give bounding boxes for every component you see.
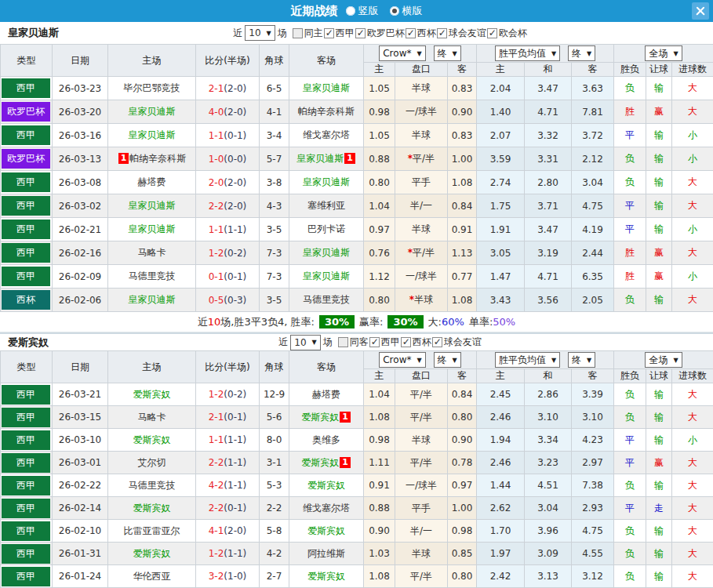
avg-home: 3.05 — [477, 241, 525, 265]
checkbox-checked-icon[interactable] — [355, 28, 366, 38]
checkbox-checked-icon[interactable] — [437, 28, 447, 38]
result-handicap: 走 — [654, 503, 664, 514]
radio-horizontal[interactable]: 横版 — [390, 4, 423, 18]
away-red-card-badge: 1 — [340, 412, 351, 423]
league-badge: 西甲 — [2, 220, 50, 239]
full-time-score: 1-1 — [209, 434, 224, 445]
checkbox-unchecked-icon[interactable] — [293, 28, 303, 38]
home-team: 爱斯宾奴 — [133, 389, 171, 400]
radio-checked-icon[interactable] — [390, 6, 399, 16]
same-side-checkbox[interactable]: 同主 — [293, 27, 323, 40]
league-badge: 西甲 — [2, 567, 50, 586]
handicap: 一/球半 — [406, 480, 437, 491]
home-team: 爱斯宾奴 — [133, 548, 171, 559]
match-count-select[interactable]: 10 ▼ — [290, 335, 320, 350]
avg-draw: 4.71 — [525, 100, 572, 124]
col-header-type: 类型 — [1, 351, 53, 383]
same-side-checkbox[interactable]: 同客 — [338, 336, 369, 349]
away-team: 赫塔费 — [312, 389, 340, 400]
result-handicap: 输 — [654, 82, 664, 93]
handicap: 半/一 — [410, 200, 432, 211]
away-team: 爱斯宾奴 — [301, 412, 339, 423]
league-badge: 西甲 — [2, 476, 50, 495]
col-header-date: 日期 — [53, 351, 108, 383]
avg-odds-select[interactable]: 胜平负均值 ▼ — [495, 45, 560, 61]
league-badge: 西杯 — [2, 290, 50, 310]
odds-away: 0.78 — [448, 452, 477, 474]
handicap: 半球 — [414, 294, 433, 305]
league-badge: 欧罗巴杯 — [2, 149, 50, 169]
avg-away: 4.55 — [572, 543, 614, 565]
handicap: 一/球半 — [406, 106, 437, 117]
league-badge: 西甲 — [2, 243, 50, 263]
avg-time-select[interactable]: 终 ▼ — [568, 352, 595, 368]
league-badge: 欧罗巴杯 — [2, 102, 50, 122]
match-count-select[interactable]: 10 ▼ — [245, 25, 275, 41]
corner-score: 4-1 — [260, 100, 289, 124]
checkbox-checked-icon[interactable] — [406, 28, 416, 38]
away-team: 皇家贝迪斯 — [296, 153, 344, 164]
odds-company-select[interactable]: Crow* ▼ — [379, 352, 425, 368]
odds-time-select[interactable]: 终 ▼ — [434, 352, 461, 368]
chevron-down-icon: ▼ — [417, 50, 421, 57]
result-handicap: 输 — [654, 294, 664, 305]
home-team: 毕尔巴鄂竞技 — [124, 82, 180, 93]
league-checkbox[interactable]: 西甲 — [369, 336, 400, 349]
home-team: 爱斯宾奴 — [133, 503, 171, 514]
col-header-away: 客场 — [289, 45, 364, 77]
league-checkbox[interactable]: 西杯 — [406, 27, 436, 40]
handicap: 平/半 — [410, 571, 432, 582]
league-checkbox[interactable]: 西杯 — [401, 336, 431, 349]
home-team: 皇家贝迪斯 — [129, 200, 176, 211]
avg-home: 1.44 — [477, 474, 525, 497]
match-date: 26-03-13 — [53, 147, 108, 171]
result-outcome: 负 — [625, 82, 635, 93]
checkbox-checked-icon[interactable] — [432, 337, 442, 347]
avg-away: 6.35 — [572, 265, 614, 289]
col-header-corner: 角球 — [260, 351, 289, 383]
league-filters: 同主西甲欧罗巴杯西杯球会友谊欧会杯 — [293, 27, 527, 40]
home-team: 皇家贝迪斯 — [129, 223, 176, 234]
league-checkbox[interactable]: 西甲 — [324, 27, 355, 40]
result-goals: 小 — [688, 153, 697, 164]
full-time-score: 1-1 — [209, 224, 224, 235]
half-time-score: (2-0) — [224, 177, 246, 188]
avg-away: 2.12 — [572, 147, 614, 171]
radio-unchecked-icon[interactable] — [346, 6, 355, 16]
result-handicap: 赢 — [654, 247, 664, 258]
league-checkbox[interactable]: 欧会杯 — [487, 27, 527, 40]
away-team: 爱斯宾奴 — [301, 457, 339, 468]
checkbox-checked-icon[interactable] — [487, 28, 497, 38]
result-handicap: 赢 — [654, 457, 664, 468]
home-team: 皇家贝迪斯 — [129, 106, 176, 117]
avg-draw: 3.10 — [525, 406, 572, 429]
checkbox-unchecked-icon[interactable] — [338, 337, 348, 347]
home-team: 艾尔切 — [138, 457, 166, 468]
table-row: 西甲 26-01-31 爱斯宾奴 1-2(1-1) 4-2 阿拉维斯 1.03 … — [1, 543, 713, 565]
match-date: 26-03-01 — [53, 452, 108, 474]
checkbox-checked-icon[interactable] — [324, 28, 334, 38]
league-checkbox[interactable]: 球会友谊 — [437, 27, 486, 40]
checkbox-checked-icon[interactable] — [369, 337, 380, 347]
odds-home: 0.98 — [364, 429, 395, 452]
avg-away: 2.44 — [572, 241, 614, 265]
odds-time-select[interactable]: 终 ▼ — [434, 45, 461, 61]
table-row: 西甲 26-02-21 皇家贝迪斯 1-1(1-1) 3-5 巴列卡诺 0.97… — [1, 218, 713, 241]
result-handicap: 输 — [654, 389, 664, 400]
league-checkbox[interactable]: 球会友谊 — [432, 336, 482, 349]
radio-vertical[interactable]: 竖版 — [346, 4, 379, 18]
odds-away: 0.83 — [448, 77, 477, 100]
home-red-card-badge: 1 — [118, 153, 129, 164]
table-row: 西杯 26-02-06 皇家贝迪斯 0-5(0-3) 3-5 马德里竞技 0.8… — [1, 289, 713, 312]
league-checkbox[interactable]: 欧罗巴杯 — [355, 27, 405, 40]
odds-away: 0.84 — [448, 194, 477, 218]
scope-select[interactable]: 全场 ▼ — [645, 45, 682, 61]
sub-header-avg-draw: 和 — [525, 63, 572, 77]
checkbox-checked-icon[interactable] — [401, 337, 411, 347]
close-icon[interactable] — [692, 2, 709, 20]
odds-company-select[interactable]: Crow* ▼ — [379, 45, 425, 61]
scope-select[interactable]: 全场 ▼ — [645, 352, 682, 368]
avg-odds-select[interactable]: 胜平负均值 ▼ — [495, 352, 560, 368]
avg-time-select[interactable]: 终 ▼ — [568, 45, 595, 61]
result-outcome: 平 — [625, 434, 635, 445]
